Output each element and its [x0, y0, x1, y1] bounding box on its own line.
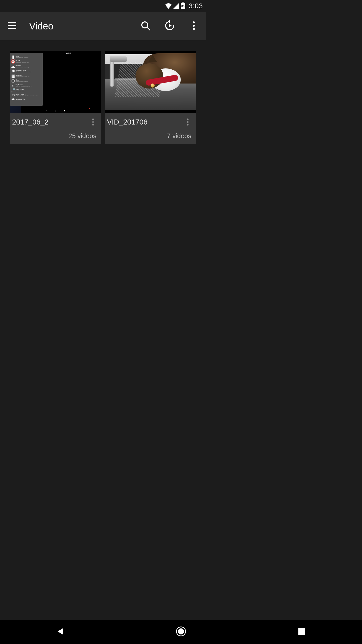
battery-level: 85 — [181, 5, 184, 8]
folder-name: 2017_06_2 — [12, 118, 88, 126]
search-button[interactable] — [139, 19, 153, 33]
cell-signal-icon — [173, 3, 179, 9]
replay-button[interactable] — [163, 19, 177, 33]
svg-point-8 — [193, 25, 195, 27]
more-vert-icon — [92, 118, 94, 126]
folder-name: VID_201706 — [107, 118, 183, 126]
svg-point-9 — [193, 28, 195, 30]
replay-icon — [164, 20, 175, 32]
status-time: 3:03 — [189, 2, 203, 10]
folder-thumbnail — [105, 51, 196, 113]
hamburger-icon — [8, 22, 16, 30]
overflow-button[interactable] — [187, 19, 201, 33]
svg-rect-1 — [8, 25, 16, 26]
search-icon — [141, 21, 151, 32]
status-bar: 85 3:03 — [0, 0, 206, 12]
svg-marker-5 — [168, 20, 170, 23]
folder-grid: ▾ ▲ ▮ 5:18 ▮BatteryBattery level / link … — [0, 40, 206, 155]
wifi-icon — [165, 3, 172, 9]
svg-rect-2 — [8, 28, 16, 29]
more-vert-icon — [193, 21, 195, 31]
folder-count: 25 videos — [12, 132, 98, 140]
more-vert-icon — [187, 118, 189, 126]
svg-line-4 — [147, 27, 150, 30]
page-title: Video — [29, 21, 54, 32]
battery-icon: 85 — [180, 3, 186, 9]
menu-button[interactable] — [5, 19, 19, 33]
folder-card[interactable]: VID_201706 7 videos — [105, 51, 196, 144]
svg-point-7 — [193, 21, 195, 23]
folder-card[interactable]: ▾ ▲ ▮ 5:18 ▮BatteryBattery level / link … — [10, 51, 101, 144]
folder-count: 7 videos — [107, 132, 193, 140]
svg-rect-0 — [8, 22, 16, 23]
folder-menu-button[interactable] — [88, 117, 98, 127]
svg-marker-6 — [169, 24, 172, 27]
folder-menu-button[interactable] — [183, 117, 193, 127]
folder-thumbnail: ▾ ▲ ▮ 5:18 ▮BatteryBattery level / link … — [10, 51, 101, 113]
app-bar: Video — [0, 12, 206, 40]
